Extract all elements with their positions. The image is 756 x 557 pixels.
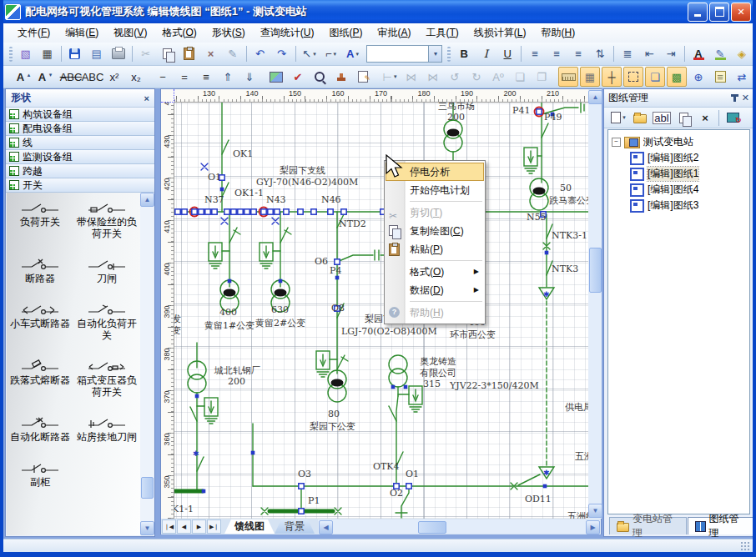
vertical-text-button[interactable]: ⇅ [590, 44, 610, 64]
canvas-horizontal-scrollbar[interactable]: ◀ ▶ [318, 519, 601, 534]
delete-drawing-button[interactable]: × [695, 108, 715, 128]
subscript-button[interactable]: x₂ [126, 67, 146, 87]
next-sheet-icon[interactable]: ▶ [192, 519, 206, 534]
shape-item[interactable]: 刀闸 [73, 258, 140, 284]
canvas-vertical-scrollbar[interactable]: ▲ ▼ [588, 89, 602, 519]
highlight-color-button[interactable] [710, 44, 730, 64]
align-center-button[interactable]: ≡ [547, 44, 567, 64]
bullets-button[interactable]: ≣ [617, 44, 638, 64]
shape-group-2[interactable]: 线 [6, 136, 154, 150]
tree-expander-icon[interactable]: − [612, 138, 621, 147]
title-bar[interactable]: 配电网络可视化管理系统 编辑馈线图 “图纸1” - 测试变电站 ✕ [0, 0, 756, 23]
shape-item[interactable]: 跌落式熔断器 [7, 359, 73, 398]
combo-dropdown-icon[interactable]: ▾ [428, 46, 441, 62]
scroll-thumb[interactable] [418, 521, 446, 534]
pointer-tool-button[interactable]: ↖▾ [300, 44, 320, 64]
drawing-canvas[interactable]: ✱ ✱ ✱ 三鸟市场200P41P49OK1O1OK1-1梨园下支线GYJ-70… [174, 103, 588, 519]
tree-item-drawing-4[interactable]: [编辑]图纸3 [630, 198, 749, 213]
scroll-left-icon[interactable]: ◀ [319, 520, 333, 534]
guides-toggle-button[interactable]: ┼ [602, 67, 622, 87]
scroll-down-icon[interactable]: ▼ [588, 504, 602, 518]
prev-sheet-icon[interactable]: ◀ [177, 519, 191, 534]
fill-color-button[interactable]: ◈ [732, 44, 752, 64]
redo-button[interactable]: ↷ [272, 44, 292, 64]
shape-item[interactable]: 自动化负荷开关 [73, 303, 140, 341]
paste-button[interactable] [179, 44, 199, 64]
context-menu-item-1[interactable]: 开始停电计划 [386, 181, 484, 199]
align-right-button[interactable]: ≡ [568, 44, 588, 64]
menu-item-u[interactable]: 查询统计(U) [253, 24, 322, 42]
shape-group-4[interactable]: 跨越 [6, 164, 154, 178]
search-doc-button[interactable] [310, 67, 330, 87]
shape-item[interactable]: 自动化断路器 [7, 416, 73, 443]
rename-drawing-button[interactable]: abl [652, 108, 672, 128]
save-button[interactable] [65, 44, 85, 64]
context-menu-item-7[interactable]: 格式(O)▶ [386, 263, 484, 281]
shapes-scrollbar[interactable]: ▲ ▼ [140, 193, 154, 535]
shape-item[interactable]: 断路器 [7, 258, 73, 284]
stamp-button[interactable] [331, 67, 351, 87]
delete-button[interactable]: × [201, 44, 221, 64]
indent-button[interactable]: ⇥ [661, 44, 681, 64]
ruler-toggle-button[interactable] [558, 67, 578, 87]
format-brush-button[interactable]: ✎ [223, 44, 243, 64]
scroll-up-icon[interactable]: ▲ [140, 193, 154, 207]
data-table-button[interactable]: ▦ [38, 44, 58, 64]
selection-mode-button[interactable] [623, 67, 643, 87]
bold-button[interactable]: B [454, 44, 474, 64]
shape-item[interactable]: 小车式断路器 [7, 303, 73, 341]
clear-format-button[interactable]: ABC [83, 67, 103, 87]
export-drawing-button[interactable]: ▧ [16, 44, 36, 64]
print-preview-button[interactable]: ▤ [87, 44, 107, 64]
menu-item-h[interactable]: 帮助(H) [533, 24, 582, 42]
shape-item[interactable]: 箱式变压器负荷开关 [73, 359, 140, 398]
menu-item-a[interactable]: 审批(A) [370, 24, 418, 42]
shape-group-1[interactable]: 配电设备组 [6, 122, 154, 136]
panel-close-icon[interactable]: ✕ [742, 93, 749, 103]
last-sheet-icon[interactable]: ▶❘ [207, 519, 221, 534]
scroll-thumb[interactable] [589, 248, 602, 293]
scroll-down-icon[interactable]: ▼ [140, 521, 154, 535]
context-menu-item-4[interactable]: 复制绘图(C) [386, 222, 484, 240]
shape-group-5[interactable]: 开关 [6, 178, 154, 193]
panel-tab-2[interactable]: 图纸管理 [688, 517, 753, 534]
panel-tab-1[interactable]: 变电站管理 [609, 517, 687, 534]
tree-item-drawing-3[interactable]: [编辑]图纸4 [630, 183, 749, 197]
tree-item-drawing-2[interactable]: [编辑]图纸1 [630, 167, 749, 181]
grid-toggle-button[interactable]: ▦ [580, 67, 600, 87]
shape-group-3[interactable]: 监测设备组 [6, 150, 154, 164]
sheet-tab-1[interactable]: 馈线图 [224, 519, 275, 534]
toolbar-grip[interactable] [447, 47, 451, 62]
properties-button[interactable]: ≡ [710, 67, 730, 87]
menu-item-s[interactable]: 形状(S) [204, 24, 253, 42]
menu-item-l[interactable]: 线损计算(L) [466, 24, 534, 42]
outdent-button[interactable]: ⇤ [639, 44, 659, 64]
font-combo-input[interactable]: ▾ [366, 45, 443, 63]
grow-font-button[interactable] [13, 67, 33, 87]
page-setup-button[interactable]: ❏ [645, 67, 665, 87]
shape-item[interactable]: 站房接地刀闸 [73, 416, 140, 443]
scroll-up-icon[interactable]: ▲ [588, 90, 602, 104]
sync-drawing-button[interactable] [723, 108, 743, 128]
space-before-button[interactable]: ⇑ [218, 67, 238, 87]
print-button[interactable] [108, 44, 129, 64]
resize-grip[interactable] [740, 541, 750, 551]
minimize-button[interactable] [688, 3, 708, 22]
tree-root-substation[interactable]: −测试变电站 [612, 135, 749, 149]
new-drawing-button[interactable]: ▾ [608, 108, 628, 128]
line-spacing-multi-button[interactable]: ≡ [196, 67, 216, 87]
font-color-button[interactable] [688, 44, 708, 64]
maximize-button[interactable] [709, 3, 729, 22]
edit-doc-button[interactable] [353, 67, 373, 87]
connector-tool-button[interactable]: ⌐▾ [321, 44, 341, 64]
copy-drawing-button[interactable] [673, 108, 693, 128]
line-spacing-double-button[interactable]: = [174, 67, 194, 87]
space-after-button[interactable]: ⇓ [239, 67, 260, 87]
line-spacing-single-button[interactable]: − [153, 67, 173, 87]
color-scheme-button[interactable]: ▩ [667, 67, 687, 87]
context-menu-item-5[interactable]: 粘贴(P) [386, 240, 484, 258]
menu-item-p[interactable]: 图纸(P) [321, 24, 370, 42]
tree-item-drawing-1[interactable]: [编辑]图纸2 [630, 151, 749, 165]
scroll-thumb[interactable] [141, 477, 154, 499]
shape-item[interactable]: 负荷开关 [7, 201, 73, 239]
